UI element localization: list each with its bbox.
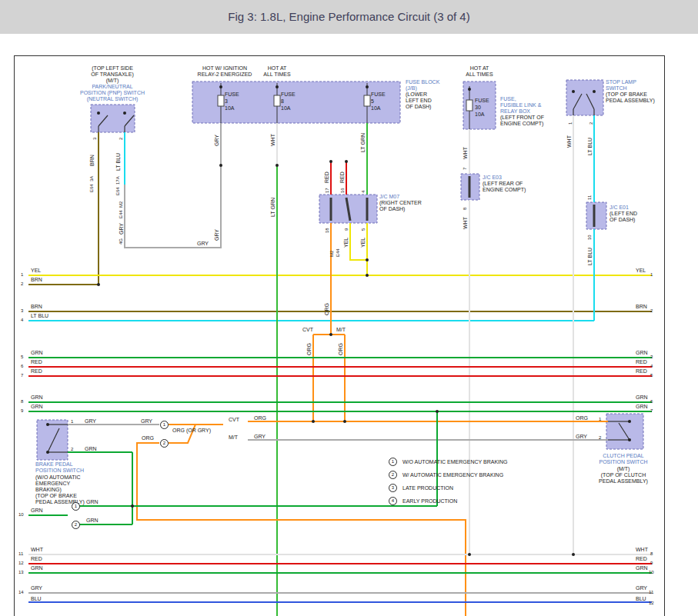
wire-gry [125,123,221,248]
junction-dot [46,423,49,426]
clutch-pedal-switch-box [606,414,643,449]
fuse-icon [274,95,280,106]
jc-e01-box [586,202,606,229]
junction-dot [628,420,631,423]
junction-dot [343,420,346,423]
junction-dot [436,410,439,413]
wire-org [169,425,195,443]
junction-dot [219,85,222,88]
junction-dot [572,553,575,556]
junction-dot [593,90,596,93]
junction-dot [131,504,134,508]
fuse-icon [466,100,473,111]
junction-dot [276,164,279,167]
junction-dot [219,164,222,167]
junction-dot [276,85,279,88]
pnp-switch-box [91,105,135,132]
junction-dot [468,553,471,556]
junction-dot [123,112,126,115]
junction-dot [572,90,575,93]
junction-dot [468,88,471,91]
junction-dot [329,333,332,336]
stop-lamp-switch-box [566,80,603,115]
junction-dot [366,274,369,277]
junction-dot [628,438,631,441]
wire-org [137,443,466,616]
junction-dot [329,160,332,163]
junction-dot [312,420,315,423]
junction-dot [345,160,348,163]
brake-pedal-switch-box [37,420,68,460]
junction-dot [46,451,49,454]
junction-dot [366,85,369,88]
junction-dot [97,112,100,115]
diagram-canvas [0,0,698,616]
wire-yel [350,223,367,260]
fuse-icon [218,95,224,106]
junction-dot [366,258,369,261]
junction-dot [97,283,100,286]
wiring-diagram-page: Fig 3: 1.8L, Engine Performance Circuit … [0,0,698,616]
fuse-icon [364,95,370,106]
